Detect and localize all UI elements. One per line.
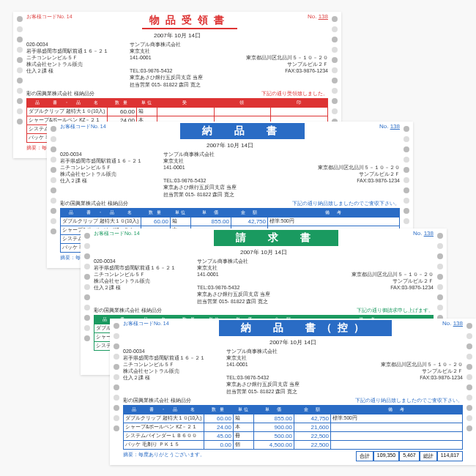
table-row: シャープ&ボールペン KZ－２１24.00本900.0021,600 bbox=[124, 423, 463, 431]
note: 下記の通り納品致しましたのでご査収下さい。 bbox=[292, 200, 400, 207]
note: 下記の通り受領致しました。 bbox=[261, 90, 328, 97]
doc-number: No. 138 bbox=[379, 123, 400, 139]
customer-code: お客様コードNo. 14 bbox=[60, 123, 106, 139]
customer-address: 020-0034岩手県盛岡市盛岡駅前通１６－２１ニチコンレンビル５Ｆ株式会社セン… bbox=[60, 151, 159, 198]
recipient: 彩の国興業株式会社 様納品分 bbox=[94, 307, 162, 314]
sender-address: サンプル商事株式会社東京支社 141-0001東京都品川区北品川５－１０－２０ … bbox=[226, 348, 463, 395]
line-items-table: 品 番 ・ 品 名数 量単位単 価金 額備 考 ダブルクリップ 超特大１０(10… bbox=[123, 405, 463, 450]
note: 下記の通り御請求申し上げます。 bbox=[357, 307, 434, 314]
doc-number: No. 138 bbox=[442, 320, 463, 336]
sender-address: サンプル商事株式会社東京支社 141-0001東京都品川区北品川５－１０－２０ … bbox=[163, 151, 400, 198]
form-title: 請 求 書 bbox=[214, 230, 338, 246]
doc-number: No. 138 bbox=[308, 13, 328, 29]
form-delivery-copy: お客様コードNo. 14 納 品 書（控） No. 138 2007年 10月 … bbox=[110, 319, 476, 465]
table-row: システムバインダーＬＢ６００45.00冊500.0022,500 bbox=[124, 431, 463, 440]
date: 2007年 10月 14日 bbox=[26, 31, 328, 40]
customer-code: お客様コードNo. 14 bbox=[123, 320, 169, 336]
sender-address: サンプル商事株式会社東京支社 141-0001東京都品川区北品川５－１０－２０ … bbox=[197, 258, 434, 305]
table-row: ダブルクリップ 超特大１０(10入)60.00箱855.0042,750標準:5… bbox=[124, 414, 463, 423]
totals: 合計109,3505,467総計114,817 bbox=[356, 451, 463, 461]
form-title: 物品受領書 bbox=[142, 13, 237, 29]
date: 2007年 10月 14日 bbox=[94, 248, 434, 256]
recipient: 彩の国興業株式会社 様納品分 bbox=[26, 90, 94, 97]
table-row: バッケ 毛剃り ＰＫ１５0.00個4,500.0022,500 bbox=[124, 440, 463, 449]
customer-address: 020-0034岩手県盛岡市盛岡駅前通１６－２１ニチコンレンビル５Ｆ株式会社セン… bbox=[94, 258, 193, 305]
form-title: 納 品 書 bbox=[180, 123, 305, 139]
form-title: 納 品 書（控） bbox=[219, 320, 392, 336]
table-row: ダブルクリップ 超特大１０(10入)60.00箱 bbox=[27, 107, 328, 116]
doc-number: No. 138 bbox=[413, 230, 434, 246]
customer-address: 020-0034岩手県盛岡市盛岡駅前通１６－２１ニチコンレンビル５Ｆ株式会社セン… bbox=[123, 348, 222, 395]
footer-thanks: 摘要：毎度ありがとうございます。 bbox=[123, 451, 205, 461]
table-row: ダブルクリップ 超特大１０(10入)60.00箱855.0042,750標準:5… bbox=[61, 217, 400, 226]
customer-address: 020-0034岩手県盛岡市盛岡駅前通１６－２１ニチコンレンビル５Ｆ株式会社セン… bbox=[26, 41, 125, 88]
recipient: 彩の国興業株式会社 様納品分 bbox=[123, 397, 191, 404]
date: 2007年 10月 14日 bbox=[123, 338, 463, 346]
recipient: 彩の国興業株式会社 様納品分 bbox=[60, 200, 128, 207]
customer-code: お客様コードNo. 14 bbox=[26, 13, 72, 29]
note: 下記の通り納品致しましたのでご査収下さい。 bbox=[355, 397, 463, 404]
date: 2007年 10月 14日 bbox=[60, 141, 400, 149]
sender-address: サンプル商事株式会社東京支社 141-0001東京都品川区北品川５－１０－２０ … bbox=[130, 41, 328, 88]
customer-code: お客様コードNo. 14 bbox=[94, 230, 140, 246]
